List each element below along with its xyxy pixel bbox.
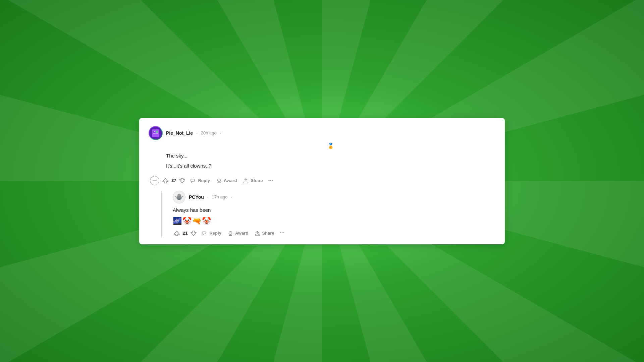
svg-point-16 bbox=[180, 195, 180, 195]
top-comment-award-badge: 🏅 bbox=[166, 143, 495, 149]
svg-rect-1 bbox=[152, 129, 159, 137]
thread-line bbox=[161, 191, 162, 238]
svg-point-11 bbox=[177, 194, 181, 197]
top-comment: Pie_Not_Lie · 20h ago · 🏅 The sky... It'… bbox=[149, 126, 495, 172]
nested-dot1: · bbox=[207, 194, 209, 199]
top-comment-author[interactable]: Pie_Not_Lie bbox=[166, 130, 193, 136]
top-vote-count: 37 bbox=[171, 178, 176, 183]
thread-line-wrapper bbox=[155, 191, 167, 238]
collapse-button[interactable] bbox=[150, 176, 159, 185]
svg-point-14 bbox=[177, 198, 181, 200]
top-comment-line1: The sky... bbox=[166, 152, 495, 160]
nested-comment-timestamp: 17h ago bbox=[212, 194, 227, 199]
top-comment-dot1: · bbox=[196, 130, 198, 135]
nested-share-button[interactable]: Share bbox=[252, 229, 276, 238]
svg-rect-7 bbox=[153, 180, 157, 181]
nested-reply-button[interactable]: Reply bbox=[200, 229, 223, 238]
top-more-button[interactable]: ··· bbox=[267, 177, 275, 184]
nested-downvote-button[interactable] bbox=[190, 229, 198, 237]
top-comment-action-bar: 37 Reply Award Shar bbox=[150, 176, 495, 185]
thread-container: PCYou · 17h ago · Always has been 🌌🤡🔫🤡 2… bbox=[155, 191, 495, 238]
nested-comment-action-bar: 21 Reply bbox=[173, 229, 495, 238]
nested-comment-emojis: 🌌🤡🔫🤡 bbox=[173, 217, 495, 226]
nested-comment-author[interactable]: PCYou bbox=[189, 194, 204, 200]
comment-card: Pie_Not_Lie · 20h ago · 🏅 The sky... It'… bbox=[139, 118, 505, 244]
svg-point-17 bbox=[229, 231, 232, 234]
top-reply-button[interactable]: Reply bbox=[188, 176, 212, 185]
top-share-button[interactable]: Share bbox=[241, 176, 265, 185]
nested-avatar bbox=[173, 191, 185, 203]
top-comment-header: Pie_Not_Lie · 20h ago · bbox=[149, 126, 495, 140]
nested-comment: PCYou · 17h ago · Always has been 🌌🤡🔫🤡 2… bbox=[167, 191, 495, 238]
top-award-button[interactable]: Award bbox=[214, 176, 239, 185]
nested-vote-section: 21 bbox=[173, 229, 198, 237]
top-comment-dot2: · bbox=[220, 130, 221, 135]
svg-point-15 bbox=[178, 195, 179, 195]
svg-rect-4 bbox=[153, 133, 158, 134]
nested-award-button[interactable]: Award bbox=[225, 229, 251, 238]
nested-upvote-button[interactable] bbox=[173, 229, 181, 237]
top-vote-section: 37 bbox=[161, 177, 186, 185]
nested-comment-header: PCYou · 17h ago · bbox=[173, 191, 495, 203]
avatar bbox=[149, 126, 163, 140]
svg-rect-5 bbox=[154, 131, 155, 132]
svg-point-8 bbox=[217, 179, 220, 182]
nested-vote-count: 21 bbox=[183, 231, 187, 236]
top-upvote-button[interactable] bbox=[161, 177, 169, 185]
top-comment-body: The sky... It's...it's all clowns..? bbox=[166, 152, 495, 172]
nested-more-button[interactable]: ··· bbox=[278, 230, 286, 237]
top-comment-timestamp: 20h ago bbox=[201, 130, 217, 135]
svg-rect-6 bbox=[157, 131, 157, 132]
nested-dot2: · bbox=[231, 194, 232, 199]
top-downvote-button[interactable] bbox=[178, 177, 186, 185]
nested-comment-text: Always has been bbox=[173, 206, 495, 214]
top-comment-line2: It's...it's all clowns..? bbox=[166, 162, 495, 170]
